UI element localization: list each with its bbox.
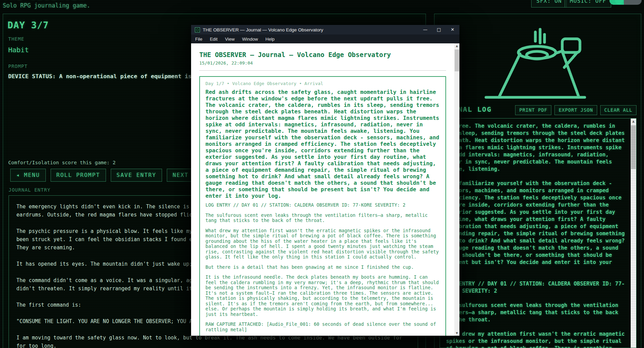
app-tagline: Solo RPG journaling game.: [3, 2, 90, 9]
journal-document: THE OBSERVER — Journal — Volcano Edge Ob…: [191, 43, 454, 336]
action-button-row: ◂ MENU ROLL PROMPT SAVE ENTRY NEXT DAY ▸: [10, 169, 218, 182]
prompt-label: PROMPT: [8, 64, 28, 69]
observer-journal-window: THE OBSERVER — Journal — Volcano Edge Ob…: [191, 25, 459, 336]
theme-label: THEME: [8, 36, 24, 42]
divider: [199, 70, 446, 71]
log-paragraph: it free. The volcanic crater, the calder…: [446, 123, 627, 173]
menu-file[interactable]: File: [195, 37, 202, 42]
menu-edit[interactable]: Edit: [210, 37, 217, 42]
window-menubar: File Edit View Window Help: [191, 34, 459, 43]
entry-paragraph: But there is a detail that has been gnaw…: [205, 265, 440, 270]
log-action-buttons: PRINT PDF EXPORT JSON CLEAR ALL: [515, 105, 636, 115]
journal-heading: THE OBSERVER — Journal — Volcano Edge Ob…: [199, 51, 446, 58]
log-paragraph: LOG ENTRY // DAY 01 // STATION: CALDERA …: [446, 280, 627, 295]
journal-entry-label: JOURNAL ENTRY: [9, 187, 51, 193]
maximize-icon[interactable]: □: [432, 25, 446, 34]
entry-paragraph: It is the infrasound needle. The deck pl…: [205, 275, 440, 317]
scroll-up-icon[interactable]: ▲: [631, 119, 636, 124]
scroll-down-icon[interactable]: ▼: [454, 331, 459, 336]
volume-slider[interactable]: [609, 0, 642, 5]
log-scrollbar-thumb[interactable]: [631, 125, 636, 169]
export-json-button[interactable]: EXPORT JSON: [554, 105, 597, 115]
menu-view[interactable]: View: [225, 37, 234, 42]
entry-paragraph: The sulfurous scent even leaks through t…: [205, 213, 440, 223]
roll-prompt-button[interactable]: ROLL PROMPT: [51, 169, 106, 182]
save-entry-button[interactable]: SAVE ENTRY: [111, 169, 162, 182]
log-paragraph: The sulfurous scent even leaks through t…: [446, 302, 627, 323]
clear-all-button[interactable]: CLEAR ALL: [600, 105, 636, 115]
prompt-text: DEVICE STATUS: A non-operational piece o…: [8, 73, 205, 80]
print-pdf-button[interactable]: PRINT PDF: [515, 105, 551, 115]
menu-help[interactable]: Help: [266, 37, 275, 42]
journal-log-text: it free. The volcanic crater, the calder…: [446, 123, 627, 348]
menu-button[interactable]: ◂ MENU: [10, 169, 46, 182]
music-toggle-button[interactable]: MUSIC: OFF: [565, 0, 611, 8]
window-titlebar[interactable]: THE OBSERVER — Journal — Volcano Edge Ob…: [191, 25, 459, 34]
entry-paragraph: RAW CAPTURE ATTACHED: [Audio_File_001: 6…: [205, 322, 440, 332]
close-icon[interactable]: ✕: [446, 25, 459, 34]
journal-timestamp: 15/01/2026, 22:09:04: [199, 60, 446, 66]
window-app-icon: [195, 27, 200, 32]
entry-meta: Day 1/7 • Volcano Edge Observatory • Arr…: [205, 81, 440, 86]
window-controls: — □ ✕: [418, 25, 459, 34]
entry-narrative: Red ash drifts across the safety glass, …: [205, 89, 440, 199]
journal-line: for too long.: [16, 342, 410, 348]
window-scrollbar[interactable]: ▲ ▼: [454, 43, 459, 336]
log-paragraph: What drew my attention first wasn't the …: [446, 331, 627, 348]
window-title: THE OBSERVER — Journal — Volcano Edge Ob…: [203, 27, 418, 32]
log-paragraph: You familiarize yourself with the observ…: [446, 180, 627, 273]
entry-log-header: LOG ENTRY // DAY 01 // STATION: CALDERA …: [205, 203, 440, 208]
sfx-toggle-button[interactable]: SFX: ON: [531, 0, 567, 8]
journal-log-box: it free. The volcanic crater, the calder…: [440, 118, 636, 348]
volcano-icon: [478, 16, 612, 102]
day-counter: DAY 3/7: [8, 20, 49, 30]
scroll-up-icon[interactable]: ▲: [454, 43, 459, 48]
log-entry-card: Day 1/7 • Volcano Edge Observatory • Arr…: [199, 76, 446, 336]
window-scrollbar-thumb[interactable]: [455, 50, 459, 71]
menu-window[interactable]: Window: [242, 37, 258, 42]
theme-value: Habit: [8, 46, 29, 54]
log-scrollbar[interactable]: ▲: [631, 119, 636, 348]
entry-paragraph: What drew my attention first wasn't the …: [205, 228, 440, 260]
page-title-clipped: THE OBSERVER: [3, 0, 85, 2]
comfort-score: Comfort/Isolation score this game: 2: [8, 160, 116, 165]
minimize-icon[interactable]: —: [418, 25, 432, 34]
